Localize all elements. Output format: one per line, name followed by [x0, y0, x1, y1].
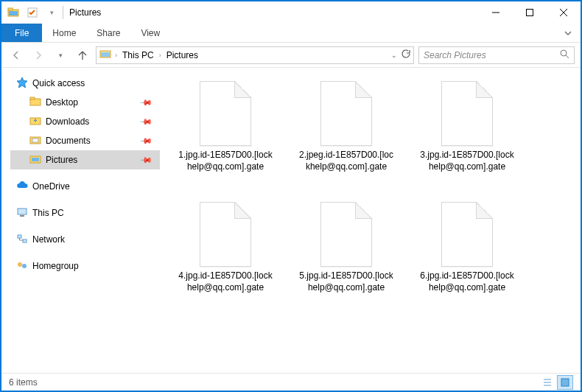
details-view-button[interactable]	[539, 375, 555, 390]
titlebar: ▾ Pictures	[1, 1, 581, 24]
onedrive-icon	[16, 180, 28, 194]
back-button[interactable]	[7, 46, 25, 64]
generic-file-icon	[320, 202, 372, 267]
sidebar-label: Documents	[46, 136, 91, 146]
folder-icon	[29, 115, 41, 129]
svg-rect-22	[23, 239, 27, 242]
svg-rect-16	[32, 139, 38, 142]
breadcrumb-pictures[interactable]: Pictures	[165, 50, 200, 60]
homegroup-icon	[16, 259, 28, 273]
svg-line-6	[560, 9, 567, 16]
generic-file-icon	[320, 81, 372, 146]
sidebar-label: Network	[32, 234, 65, 245]
window-controls	[479, 1, 581, 24]
sidebar: Quick access Desktop 📌 Downloads 📌 Docum…	[1, 68, 160, 373]
file-item[interactable]: 3.jpg.id-1E857D00.[lockhelp@qq.com].gate	[419, 81, 515, 172]
folder-icon	[99, 48, 111, 62]
minimize-button[interactable]	[479, 1, 513, 24]
file-item[interactable]: 6.jpg.id-1E857D00.[lockhelp@qq.com].gate	[419, 202, 515, 293]
svg-rect-18	[32, 158, 39, 161]
sidebar-label: This PC	[32, 208, 64, 218]
separator	[63, 6, 63, 19]
search-icon[interactable]	[559, 49, 569, 61]
chevron-right-icon[interactable]: ›	[113, 52, 119, 59]
address-bar[interactable]: › This PC › Pictures ⌄	[96, 46, 414, 64]
sidebar-onedrive[interactable]: OneDrive	[10, 177, 160, 196]
folder-icon	[29, 134, 41, 148]
close-button[interactable]	[547, 1, 581, 24]
maximize-button[interactable]	[513, 1, 547, 24]
refresh-button[interactable]	[400, 49, 410, 61]
explorer-icon	[6, 5, 21, 20]
search-input[interactable]: Search Pictures	[418, 46, 575, 64]
generic-file-icon	[200, 81, 251, 146]
ribbon-toggle-icon[interactable]	[555, 24, 581, 42]
file-name: 1.jpg.id-1E857D00.[lockhelp@qq.com].gate	[178, 149, 273, 172]
file-item[interactable]: 4.jpg.id-1E857D00.[lockhelp@qq.com].gate	[178, 202, 273, 293]
sidebar-label: Desktop	[46, 97, 78, 108]
tab-home[interactable]: Home	[42, 24, 86, 42]
sidebar-label: Pictures	[46, 155, 77, 165]
sidebar-item-pictures[interactable]: Pictures 📌	[10, 150, 160, 169]
search-placeholder: Search Pictures	[424, 50, 559, 60]
sidebar-this-pc[interactable]: This PC	[10, 203, 160, 223]
chevron-right-icon[interactable]: ›	[157, 52, 164, 59]
svg-rect-21	[18, 235, 21, 238]
pc-icon	[16, 206, 28, 220]
sidebar-network[interactable]: Network	[10, 230, 160, 249]
pin-icon: 📌	[139, 95, 152, 109]
ribbon-tabs: File Home Share View	[1, 24, 581, 43]
file-list[interactable]: 1.jpg.id-1E857D00.[lockhelp@qq.com].gate…	[160, 68, 581, 373]
file-item[interactable]: 1.jpg.id-1E857D00.[lockhelp@qq.com].gate	[178, 81, 273, 172]
pin-icon: 📌	[139, 133, 152, 147]
svg-rect-13	[30, 97, 35, 99]
generic-file-icon	[441, 202, 493, 267]
qat-dropdown-icon[interactable]: ▾	[44, 5, 59, 20]
file-name: 2.jpeg.id-1E857D00.[lockhelp@qq.com].gat…	[298, 149, 394, 172]
sidebar-label: Quick access	[32, 78, 85, 88]
network-icon	[16, 233, 28, 247]
svg-line-11	[566, 55, 569, 58]
file-name: 3.jpg.id-1E857D00.[lockhelp@qq.com].gate	[419, 149, 515, 172]
file-item[interactable]: 5.jpg.id-1E857D00.[lockhelp@qq.com].gate	[298, 202, 394, 293]
sidebar-item-downloads[interactable]: Downloads 📌	[10, 112, 160, 131]
file-item[interactable]: 2.jpeg.id-1E857D00.[lockhelp@qq.com].gat…	[298, 81, 394, 172]
sidebar-homegroup[interactable]: Homegroup	[10, 256, 160, 276]
file-name: 5.jpg.id-1E857D00.[lockhelp@qq.com].gate	[298, 270, 394, 293]
svg-rect-9	[101, 52, 110, 57]
svg-rect-19	[18, 209, 27, 214]
status-bar: 6 items	[1, 373, 581, 391]
generic-file-icon	[200, 202, 251, 267]
pin-icon: 📌	[139, 153, 152, 167]
file-tab[interactable]: File	[1, 24, 42, 42]
generic-file-icon	[441, 81, 493, 146]
svg-point-24	[22, 264, 27, 268]
window-title: Pictures	[67, 7, 101, 18]
tab-view[interactable]: View	[130, 24, 170, 42]
up-button[interactable]	[74, 46, 91, 64]
star-icon	[16, 77, 28, 91]
item-count: 6 items	[9, 377, 38, 388]
pin-icon: 📌	[139, 114, 152, 128]
properties-icon[interactable]	[25, 5, 40, 20]
sidebar-item-documents[interactable]: Documents 📌	[10, 131, 160, 150]
folder-icon	[29, 153, 41, 167]
forward-button[interactable]	[29, 46, 47, 64]
tab-share[interactable]: Share	[86, 24, 130, 42]
svg-point-23	[18, 262, 22, 267]
breadcrumb-this-pc[interactable]: This PC	[121, 50, 155, 60]
icons-view-button[interactable]	[557, 375, 573, 390]
svg-rect-20	[20, 215, 24, 217]
sidebar-quick-access[interactable]: Quick access	[10, 74, 160, 93]
svg-point-10	[561, 50, 567, 56]
nav-bar: ▾ › This PC › Pictures ⌄ Search Pictures	[1, 43, 581, 68]
sidebar-label: Downloads	[46, 116, 89, 127]
folder-icon	[29, 96, 41, 110]
body: Quick access Desktop 📌 Downloads 📌 Docum…	[1, 68, 581, 373]
svg-rect-5	[527, 10, 533, 16]
recent-dropdown-icon[interactable]: ▾	[52, 46, 69, 64]
address-dropdown-icon[interactable]: ⌄	[391, 52, 397, 59]
file-name: 6.jpg.id-1E857D00.[lockhelp@qq.com].gate	[419, 270, 515, 293]
sidebar-item-desktop[interactable]: Desktop 📌	[10, 93, 160, 112]
quick-access-toolbar: ▾	[6, 5, 59, 20]
